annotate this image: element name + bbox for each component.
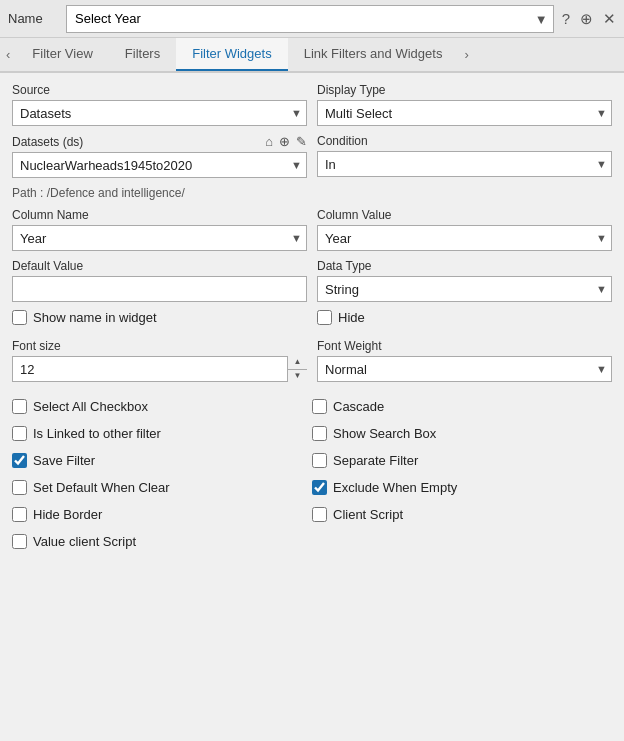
separate-filter-label[interactable]: Separate Filter: [333, 453, 418, 468]
datasets-label: Datasets (ds): [12, 135, 83, 149]
column-name-label: Column Name: [12, 208, 307, 222]
column-value-label: Column Value: [317, 208, 612, 222]
search-box-label[interactable]: Show Search Box: [333, 426, 436, 441]
value-client-label[interactable]: Value client Script: [33, 534, 136, 549]
checkbox-grid: Select All Checkbox Cascade Is Linked to…: [12, 396, 612, 558]
exclude-empty-checkbox[interactable]: [312, 480, 327, 495]
client-script-label[interactable]: Client Script: [333, 507, 403, 522]
hide-border-checkbox[interactable]: [12, 507, 27, 522]
datasets-label-row: Datasets (ds) ⌂ ⊕ ✎: [12, 134, 307, 149]
column-value-select-wrapper: Year ▼: [317, 225, 612, 251]
col-column-name: Column Name Year ▼: [12, 208, 307, 251]
checkbox-cell-hide-border: Hide Border: [12, 504, 312, 531]
cascade-row: Cascade: [312, 399, 612, 414]
row-source-display: Source Datasets ▼ Display Type Multi Sel…: [12, 83, 612, 126]
data-type-label: Data Type: [317, 259, 612, 273]
display-type-label: Display Type: [317, 83, 612, 97]
display-type-select[interactable]: Multi Select: [317, 100, 612, 126]
set-default-checkbox[interactable]: [12, 480, 27, 495]
client-script-checkbox[interactable]: [312, 507, 327, 522]
save-filter-row: Save Filter: [12, 453, 312, 468]
tab-next-button[interactable]: ›: [458, 41, 474, 68]
datasets-edit-icon[interactable]: ✎: [296, 134, 307, 149]
search-box-checkbox[interactable]: [312, 426, 327, 441]
show-name-checkbox-row: Show name in widget: [12, 310, 307, 325]
linked-row: Is Linked to other filter: [12, 426, 312, 441]
exclude-empty-label[interactable]: Exclude When Empty: [333, 480, 457, 495]
font-size-input[interactable]: [12, 356, 307, 382]
select-year-wrapper: Select Year ▼: [66, 5, 554, 33]
header-icons: ? ⊕ ✕: [562, 10, 616, 28]
row-default-datatype: Default Value Data Type String ▼: [12, 259, 612, 302]
hide-checkbox[interactable]: [317, 310, 332, 325]
close-icon[interactable]: ✕: [603, 10, 616, 28]
set-default-label[interactable]: Set Default When Clear: [33, 480, 170, 495]
col-font-weight: Font Weight Normal ▼: [317, 339, 612, 382]
select-all-checkbox[interactable]: [12, 399, 27, 414]
hide-border-label[interactable]: Hide Border: [33, 507, 102, 522]
cascade-label[interactable]: Cascade: [333, 399, 384, 414]
value-client-row: Value client Script: [12, 534, 312, 549]
col-source: Source Datasets ▼: [12, 83, 307, 126]
linked-label[interactable]: Is Linked to other filter: [33, 426, 161, 441]
col-column-value: Column Value Year ▼: [317, 208, 612, 251]
font-weight-select[interactable]: Normal: [317, 356, 612, 382]
col-default-value: Default Value: [12, 259, 307, 302]
col-display-type: Display Type Multi Select ▼: [317, 83, 612, 126]
tab-filter-widgets[interactable]: Filter Widgets: [176, 38, 287, 71]
column-name-select[interactable]: Year: [12, 225, 307, 251]
col-condition: Condition In ▼: [317, 134, 612, 178]
condition-label: Condition: [317, 134, 612, 148]
select-all-row: Select All Checkbox: [12, 399, 312, 414]
data-type-select[interactable]: String: [317, 276, 612, 302]
hide-label[interactable]: Hide: [338, 310, 365, 325]
move-icon[interactable]: ⊕: [580, 10, 593, 28]
exclude-empty-row: Exclude When Empty: [312, 480, 612, 495]
col-datasets: Datasets (ds) ⌂ ⊕ ✎ NuclearWarheads1945t…: [12, 134, 307, 178]
tab-link-filters[interactable]: Link Filters and Widgets: [288, 38, 459, 71]
default-value-input[interactable]: [12, 276, 307, 302]
checkbox-cell-set-default: Set Default When Clear: [12, 477, 312, 504]
checkbox-cell-separate: Separate Filter: [312, 450, 612, 477]
show-name-checkbox[interactable]: [12, 310, 27, 325]
help-icon[interactable]: ?: [562, 10, 570, 27]
datasets-add-icon[interactable]: ⊕: [279, 134, 290, 149]
save-filter-label[interactable]: Save Filter: [33, 453, 95, 468]
linked-checkbox[interactable]: [12, 426, 27, 441]
show-name-label[interactable]: Show name in widget: [33, 310, 157, 325]
checkbox-cell-exclude: Exclude When Empty: [312, 477, 612, 504]
path-value: /Defence and intelligence/: [47, 186, 185, 200]
separate-filter-checkbox[interactable]: [312, 453, 327, 468]
tab-prev-button[interactable]: ‹: [0, 41, 16, 68]
condition-select[interactable]: In: [317, 151, 612, 177]
save-filter-checkbox[interactable]: [12, 453, 27, 468]
col-hide: Hide: [317, 310, 612, 331]
checkbox-cell-cascade: Cascade: [312, 396, 612, 423]
col-data-type: Data Type String ▼: [317, 259, 612, 302]
hide-checkbox-row: Hide: [317, 310, 612, 325]
datasets-select[interactable]: NuclearWarheads1945to2020: [12, 152, 307, 178]
cascade-checkbox[interactable]: [312, 399, 327, 414]
checkbox-cell-value-client: Value client Script: [12, 531, 312, 558]
path-row: Path : /Defence and intelligence/: [12, 186, 612, 200]
source-label: Source: [12, 83, 307, 97]
datasets-home-icon[interactable]: ⌂: [265, 134, 273, 149]
checkbox-cell-linked: Is Linked to other filter: [12, 423, 312, 450]
tab-filter-view[interactable]: Filter View: [16, 38, 108, 71]
hide-border-row: Hide Border: [12, 507, 312, 522]
select-year-dropdown[interactable]: Select Year: [66, 5, 554, 33]
value-client-checkbox[interactable]: [12, 534, 27, 549]
header: Name Select Year ▼ ? ⊕ ✕: [0, 0, 624, 38]
row-show-hide: Show name in widget Hide: [12, 310, 612, 331]
select-all-label[interactable]: Select All Checkbox: [33, 399, 148, 414]
row-column-name-value: Column Name Year ▼ Column Value Year ▼: [12, 208, 612, 251]
condition-select-wrapper: In ▼: [317, 151, 612, 177]
font-size-up-button[interactable]: ▲: [288, 356, 307, 370]
font-size-down-button[interactable]: ▼: [288, 370, 307, 383]
col-show-name: Show name in widget: [12, 310, 307, 331]
datasets-select-wrapper: NuclearWarheads1945to2020 ▼: [12, 152, 307, 178]
source-select[interactable]: Datasets: [12, 100, 307, 126]
tab-filters[interactable]: Filters: [109, 38, 176, 71]
column-value-select[interactable]: Year: [317, 225, 612, 251]
font-size-label: Font size: [12, 339, 307, 353]
